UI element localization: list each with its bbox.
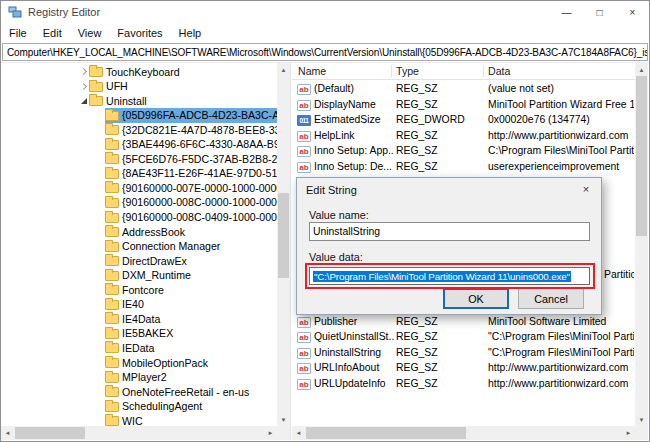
scrollbar-thumb[interactable] [278, 193, 289, 278]
value-row[interactable]: abHelpLinkREG_SZhttp://www.partitionwiza… [292, 129, 635, 144]
maximize-icon[interactable]: □ [583, 1, 616, 23]
value-name: Inno Setup: De... [314, 161, 394, 172]
tree-vertical-scrollbar[interactable]: ▲ ▼ [277, 63, 290, 426]
value-data-field[interactable]: "C:\Program Files\MiniTool Partition Wiz… [309, 267, 590, 285]
tree-indent-spacer [94, 268, 105, 283]
folder-icon [105, 140, 119, 150]
value-row[interactable]: abUninstallStringREG_SZ"C:\Program Files… [292, 346, 635, 361]
close-icon[interactable]: × [616, 1, 649, 23]
folder-icon [105, 358, 119, 368]
address-input[interactable]: Computer\HKEY_LOCAL_MACHINE\SOFTWARE\Mic… [2, 43, 648, 61]
tree-item[interactable]: Connection Manager [1, 239, 277, 254]
menu-edit[interactable]: Edit [35, 27, 70, 39]
value-row[interactable]: abInno Setup: De...REG_SZuserexperiencei… [292, 160, 635, 175]
tree-item[interactable]: AddressBook [1, 224, 277, 239]
tree-item[interactable]: MobileOptionPack [1, 355, 277, 370]
tree-item[interactable]: {5FCE6D76-F5DC-37AB-B2B8-22AB8 [1, 151, 277, 166]
tree-item[interactable]: DirectDrawEx [1, 253, 277, 268]
value-row[interactable]: 011EstimatedSizeREG_DWORD0x00020e76 (134… [292, 113, 635, 128]
tree-item[interactable]: WIC [1, 413, 277, 426]
registry-tree: TouchKeyboardUFHUninstall{05D996FA-ADCB-… [1, 63, 277, 426]
tree-item[interactable]: {90160000-008C-0409-1000-0000 [1, 210, 277, 225]
tree-item[interactable]: UFH [1, 79, 277, 94]
scroll-right-icon[interactable]: ► [622, 426, 635, 440]
tree-indent-spacer [94, 370, 105, 385]
tree-item[interactable]: TouchKeyboard [1, 64, 277, 79]
column-header-data[interactable]: Data [488, 65, 510, 77]
tree-item[interactable]: {90160000-007E-0000-1000-0000 [1, 180, 277, 195]
value-data: http://www.partitionwizard.com [488, 362, 634, 373]
scroll-left-icon[interactable]: ◄ [292, 426, 305, 440]
scroll-down-icon[interactable]: ▼ [635, 413, 648, 426]
values-vertical-scrollbar[interactable]: ▲ ▼ [635, 63, 648, 426]
string-value-icon: ab [297, 162, 311, 173]
value-row[interactable]: abURLUpdateInfoREG_SZhttp://www.partitio… [292, 377, 635, 392]
tree-item[interactable]: Uninstall [1, 93, 277, 108]
tree-item[interactable]: DXM_Runtime [1, 268, 277, 283]
tree-item[interactable]: {32DC821E-4A7D-4878-BEE8-337F7 [1, 122, 277, 137]
value-type: REG_SZ [396, 99, 484, 110]
value-row[interactable]: abURLInfoAboutREG_SZhttp://www.partition… [292, 361, 635, 376]
menu-help[interactable]: Help [171, 27, 210, 39]
scrollbar-thumb[interactable] [15, 427, 85, 439]
menu-favorites[interactable]: Favorites [109, 27, 170, 39]
cancel-button[interactable]: Cancel [518, 288, 584, 309]
tree-item[interactable]: MPlayer2 [1, 370, 277, 385]
tree-item[interactable]: {90160000-008C-0000-1000-0000 [1, 195, 277, 210]
value-type: REG_SZ [396, 161, 484, 172]
tree-indent-spacer [94, 399, 105, 414]
scroll-down-icon[interactable]: ▼ [277, 413, 290, 426]
column-divider[interactable] [483, 65, 484, 77]
window-controls: — □ × [550, 1, 649, 23]
value-row[interactable]: abPublisherREG_SZMiniTool Software Limit… [292, 315, 635, 330]
folder-icon [105, 402, 119, 412]
expanded-chevron-icon[interactable] [78, 93, 89, 108]
tree-item-label: Fontcore [119, 284, 167, 296]
value-name-label: Value name: [309, 209, 369, 221]
string-value-icon: ab [297, 131, 311, 142]
folder-icon [105, 125, 119, 135]
minimize-icon[interactable]: — [550, 1, 583, 23]
value-name: QuietUninstallSt... [314, 331, 394, 342]
column-header-name[interactable]: Name [298, 65, 326, 77]
value-row[interactable]: ab(Default)REG_SZ(value not set) [292, 82, 635, 97]
collapsed-chevron-icon[interactable] [78, 64, 89, 79]
folder-icon [105, 183, 119, 193]
dialog-close-icon[interactable]: × [571, 178, 601, 200]
value-row[interactable]: abInno Setup: App...REG_SZC:\Program Fil… [292, 144, 635, 159]
collapsed-chevron-icon[interactable] [78, 79, 89, 94]
values-horizontal-scrollbar[interactable]: ◄ ► [292, 426, 635, 440]
value-row[interactable]: abDisplayNameREG_SZMiniTool Partition Wi… [292, 98, 635, 113]
column-divider[interactable] [391, 65, 392, 77]
ok-button[interactable]: OK [443, 288, 509, 309]
scroll-up-icon[interactable]: ▲ [277, 63, 290, 76]
tree-item[interactable]: IEData [1, 340, 277, 355]
menu-file[interactable]: File [1, 27, 35, 39]
tree-item[interactable]: Fontcore [1, 282, 277, 297]
tree-item[interactable]: OneNoteFreeRetail - en-us [1, 384, 277, 399]
tree-indent-spacer [94, 195, 105, 210]
menu-view[interactable]: View [70, 27, 110, 39]
column-header-type[interactable]: Type [396, 65, 419, 77]
tree-item[interactable]: {3BAE4496-6F6C-4330-A8AA-B93B0 [1, 137, 277, 152]
scrollbar-thumb[interactable] [636, 76, 647, 236]
tree-item[interactable]: SchedulingAgent [1, 399, 277, 414]
tree-item-label: {90160000-008C-0409-1000-0000 [119, 211, 277, 223]
tree-indent-spacer [94, 151, 105, 166]
folder-icon [105, 271, 119, 281]
scrollbar-thumb[interactable] [306, 427, 466, 439]
value-data-label: Value data: [309, 251, 363, 263]
tree-horizontal-scrollbar[interactable]: ◄ ► [1, 426, 277, 440]
tree-item-label: SchedulingAgent [119, 400, 205, 412]
scroll-right-icon[interactable]: ► [264, 426, 277, 440]
tree-item-selected[interactable]: {05D996FA-ADCB-4D23-BA3C-A7C184A8FAC6}_i… [1, 108, 277, 123]
tree-item[interactable]: IE5BAKEX [1, 326, 277, 341]
value-name-field[interactable]: UninstallString [309, 222, 590, 241]
scroll-left-icon[interactable]: ◄ [1, 426, 14, 440]
value-row[interactable]: abQuietUninstallSt...REG_SZ"C:\Program F… [292, 330, 635, 345]
tree-item-label: DirectDrawEx [119, 255, 190, 267]
tree-item[interactable]: IE4Data [1, 311, 277, 326]
tree-item[interactable]: IE40 [1, 297, 277, 312]
scroll-up-icon[interactable]: ▲ [635, 63, 648, 76]
tree-item[interactable]: {8AE43F11-E26F-41AE-97D0-5139E [1, 166, 277, 181]
